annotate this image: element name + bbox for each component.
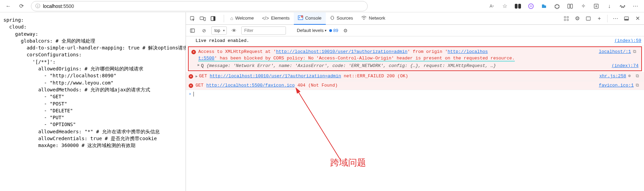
favorite-icon[interactable]: ☆ — [499, 1, 511, 11]
svg-rect-0 — [515, 4, 518, 9]
error-icon: ✕ — [189, 74, 193, 79]
expand-arrow-icon[interactable]: ▶ — [198, 63, 200, 68]
cors-url-2b[interactable]: t:5500 — [198, 56, 214, 61]
live-expression-icon[interactable]: 👁 — [230, 26, 238, 35]
svg-rect-9 — [200, 17, 203, 20]
bug-icon — [330, 15, 335, 21]
source-link[interactable]: localhost/:1 — [599, 48, 631, 55]
main-area: spring: cloud: gateway: globalcors: # 全局… — [0, 12, 644, 191]
svg-rect-30 — [190, 29, 195, 32]
error-icon: ✕ — [189, 83, 193, 88]
svg-point-22 — [364, 19, 365, 20]
cors-url-2a[interactable]: http://localhos — [448, 49, 488, 54]
issues-count[interactable]: 89 — [329, 28, 338, 33]
devtools-panel: ⌂Welcome </>Elements Console Sources Net… — [186, 12, 644, 191]
svg-rect-1 — [518, 4, 521, 9]
svg-rect-27 — [586, 17, 590, 20]
annotation-label: 跨域问题 — [330, 157, 366, 169]
url-text: localhost:5500 — [43, 3, 74, 9]
tab-network[interactable]: Network — [357, 12, 389, 25]
inspect-icon[interactable] — [187, 14, 198, 23]
svg-rect-4 — [570, 4, 573, 8]
filter-input[interactable] — [241, 26, 286, 35]
source-link[interactable]: (index):74 — [612, 63, 639, 69]
svg-line-32 — [296, 88, 341, 160]
source-link[interactable]: favicon.ico:1 — [599, 82, 634, 89]
log-cors-error-box: ✕ Access to XMLHttpRequest at 'http://lo… — [188, 46, 642, 71]
tab-console[interactable]: Console — [294, 12, 326, 25]
log-level-selector[interactable]: Default levels ▾ — [297, 28, 326, 33]
code-icon: </> — [262, 15, 269, 21]
context-selector[interactable]: top — [211, 26, 227, 35]
copy-icon[interactable]: ⧉ — [633, 48, 639, 55]
browser-toolbar: ← ⟳ ⓘ localhost:5500 A» ☆ ✧ ↓ ⋯ — [0, 0, 644, 12]
devtools-tabs: ⌂Welcome </>Elements Console Sources Net… — [186, 12, 644, 25]
reader-mode-icon[interactable]: A» — [486, 1, 498, 11]
source-link[interactable]: xhr.js:258 — [599, 73, 626, 80]
tab-welcome[interactable]: ⌂Welcome — [226, 12, 258, 25]
collections-icon[interactable]: ✧ — [577, 1, 589, 11]
tab-elements[interactable]: </>Elements — [258, 12, 293, 25]
svg-rect-10 — [204, 18, 206, 21]
log-get-failed: ✕ ▶GET http://localhost:10010/user/1?aut… — [186, 72, 644, 81]
favicon-url[interactable]: http://localhost:5500/favicon.ico — [206, 83, 295, 88]
dt-dock-side-icon[interactable] — [621, 14, 632, 23]
expand-arrow-icon[interactable]: ▶ — [196, 75, 198, 78]
failed-url[interactable]: http://localhost:10010/user/1?authorizat… — [210, 74, 341, 79]
cors-url-1[interactable]: http://localhost:10010/user/1?authorizat… — [276, 49, 407, 54]
extensions-icon[interactable] — [551, 1, 563, 11]
add-page-icon[interactable] — [590, 1, 602, 11]
split-screen-icon[interactable] — [564, 1, 576, 11]
console-toolbar: ⊘ top 👁 Default levels ▾ 89 ⚙ — [186, 25, 644, 36]
console-input-row[interactable]: › — [186, 90, 644, 98]
svg-point-15 — [331, 16, 334, 20]
extension-icon-1[interactable] — [512, 1, 524, 11]
svg-rect-25 — [564, 19, 566, 21]
source-link[interactable]: (index):59 — [614, 37, 641, 44]
error-icon: ✕ — [191, 50, 196, 54]
dt-add-tab-icon[interactable]: + — [594, 14, 604, 23]
copy-icon[interactable]: ⧉ — [636, 73, 641, 80]
svg-rect-24 — [567, 16, 568, 18]
refresh-button[interactable]: ⟳ — [16, 1, 27, 11]
ai-explain-icon[interactable]: ⊕ — [628, 73, 634, 80]
dt-command-icon[interactable] — [561, 14, 571, 23]
log-live-reload: Live reload enabled. (index):59 — [186, 36, 644, 46]
address-bar[interactable]: ⓘ localhost:5500 — [31, 1, 368, 11]
dt-close-icon[interactable]: ✕ — [632, 14, 643, 23]
dt-more-icon[interactable]: ⋯ — [610, 14, 621, 23]
cors-error-message: Access to XMLHttpRequest at 'http://loca… — [198, 48, 596, 62]
console-settings-icon[interactable]: ⚙ — [341, 26, 350, 35]
get-failed-message: ▶GET http://localhost:10010/user/1?autho… — [196, 73, 597, 80]
yaml-config: spring: cloud: gateway: globalcors: # 全局… — [3, 17, 186, 148]
input-cursor — [193, 92, 194, 97]
back-button[interactable]: ← — [3, 1, 14, 11]
axios-error-object[interactable]: Q {message: 'Network Error', name: 'Axio… — [201, 63, 609, 69]
console-icon — [298, 15, 303, 21]
downloads-icon[interactable]: ↓ — [603, 1, 615, 11]
svg-rect-3 — [568, 4, 570, 8]
console-output: Live reload enabled. (index):59 ✕ Access… — [186, 36, 644, 191]
performance-icon[interactable] — [617, 1, 628, 11]
prompt-chevron-icon: › — [189, 91, 191, 97]
browser-actions: A» ☆ ✧ ↓ ⋯ — [486, 1, 641, 11]
wifi-icon — [361, 15, 367, 21]
clear-console-icon[interactable]: ⊘ — [200, 26, 209, 35]
extension-icon-2[interactable] — [525, 1, 537, 11]
svg-rect-12 — [213, 16, 215, 21]
page-content: spring: cloud: gateway: globalcors: # 全局… — [0, 12, 186, 191]
favicon-error-message: GET http://localhost:5500/favicon.ico 40… — [196, 82, 596, 89]
dock-icon[interactable] — [208, 14, 218, 23]
extension-icon-3[interactable] — [538, 1, 550, 11]
tab-sources[interactable]: Sources — [326, 12, 357, 25]
sidebar-toggle-icon[interactable] — [188, 26, 197, 35]
site-info-icon[interactable]: ⓘ — [35, 3, 40, 9]
home-icon: ⌂ — [230, 15, 233, 21]
dt-drawer-icon[interactable] — [583, 14, 593, 23]
svg-rect-26 — [567, 19, 568, 21]
svg-rect-23 — [564, 16, 566, 18]
copy-icon[interactable]: ⧉ — [636, 82, 641, 89]
device-toggle-icon[interactable] — [198, 14, 208, 23]
dt-settings-icon[interactable]: ⚙ — [572, 14, 582, 23]
more-menu-icon[interactable]: ⋯ — [630, 1, 641, 11]
